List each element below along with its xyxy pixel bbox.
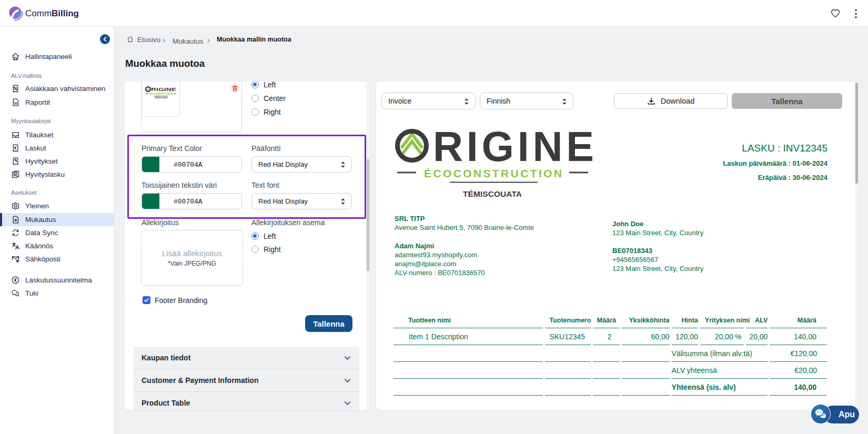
svg-text:ÉCOCONSTRUCTION: ÉCOCONSTRUCTION bbox=[424, 167, 562, 179]
svg-text:TÉMISCOUATA: TÉMISCOUATA bbox=[155, 96, 167, 99]
svg-text:TÉMISCOUATA: TÉMISCOUATA bbox=[463, 189, 522, 198]
svg-text:ECOCONSTRUCTION: ECOCONSTRUCTION bbox=[149, 93, 173, 95]
svg-text:RIGINE: RIGINE bbox=[433, 128, 593, 170]
svg-text:RIGINE: RIGINE bbox=[151, 86, 176, 92]
